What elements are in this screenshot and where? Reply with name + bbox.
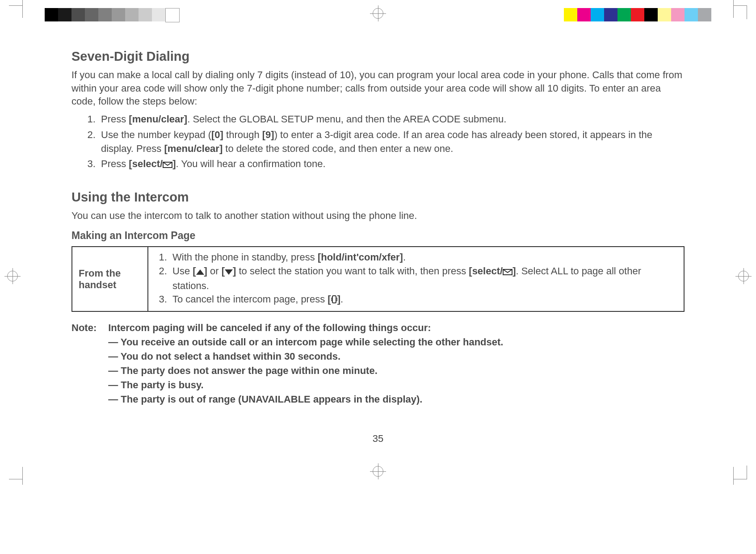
note-body: Intercom paging will be canceled if any …: [108, 321, 681, 406]
note-label: Note:: [71, 321, 105, 335]
svg-rect-2: [332, 296, 336, 303]
section-title: Seven-Digit Dialing: [71, 49, 685, 64]
key-label: [menu/clear]: [129, 113, 187, 125]
envelope-icon: [503, 265, 512, 279]
key-label: []: [222, 265, 236, 277]
table-cell: With the phone in standby, press [hold/i…: [148, 247, 684, 311]
key-label: [select/: [129, 158, 163, 169]
table-row-header: From the handset: [72, 247, 148, 311]
step-item: Use [] or [] to select the station you w…: [170, 264, 677, 293]
key-label: ]: [337, 294, 340, 305]
key-label: [: [328, 294, 331, 305]
key-label: [menu/clear]: [164, 143, 223, 154]
intro-paragraph: You can use the intercom to talk to anot…: [71, 209, 685, 222]
crop-mark: [733, 5, 747, 19]
envelope-icon: [163, 158, 172, 172]
note-item: You receive an outside call or an interc…: [108, 336, 503, 348]
down-arrow-icon: [225, 269, 233, 275]
step-item: With the phone in standby, press [hold/i…: [170, 251, 677, 264]
key-label: ]: [172, 158, 176, 169]
key-label: [9]: [262, 129, 274, 140]
step-item: Press [select/]. You will hear a confirm…: [98, 157, 685, 172]
key-label: [select/: [469, 265, 503, 277]
step-item: Press [menu/clear]. Select the GLOBAL SE…: [98, 113, 685, 126]
print-marks-top: [0, 0, 756, 27]
intro-paragraph: If you can make a local call by dialing …: [71, 68, 685, 108]
crop-mark: [9, 5, 22, 19]
page-number: 35: [71, 433, 685, 445]
crop-mark: [22, 0, 36, 18]
crop-mark: [720, 0, 734, 18]
page-content: Seven-Digit Dialing If you can make a lo…: [0, 27, 756, 449]
step-item: Use the number keypad ([0] through [9]) …: [98, 128, 685, 156]
note-item: You do not select a handset within 30 se…: [108, 351, 340, 362]
note-block: Note: Intercom paging will be canceled i…: [71, 321, 685, 406]
key-label: [0]: [211, 129, 223, 140]
crop-mark: [733, 466, 747, 479]
crop-mark: [720, 467, 734, 485]
key-label: [hold/int'com/xfer]: [318, 252, 403, 263]
note-item: The party is busy.: [108, 379, 204, 390]
registration-mark-icon: [370, 5, 386, 21]
grayscale-bar: [45, 8, 180, 21]
crop-mark: [22, 467, 36, 485]
step-item: To cancel the intercom page, press [].: [170, 293, 677, 307]
registration-mark-icon: [4, 268, 21, 284]
key-label: []: [193, 265, 207, 277]
section-title: Using the Intercom: [71, 190, 685, 205]
subsection-title: Making an Intercom Page: [71, 230, 685, 242]
up-arrow-icon: [196, 269, 204, 275]
instruction-table: From the handset With the phone in stand…: [71, 246, 685, 312]
phone-icon: [331, 294, 337, 307]
registration-mark-icon: [370, 463, 386, 479]
note-heading: Intercom paging will be canceled if any …: [108, 322, 431, 333]
crop-mark: [9, 466, 22, 479]
note-item: The party does not answer the page withi…: [108, 365, 378, 376]
note-item: The party is out of range (UNAVAILABLE a…: [108, 394, 422, 405]
steps-list: Press [menu/clear]. Select the GLOBAL SE…: [71, 113, 685, 172]
print-marks-bottom: [0, 449, 756, 485]
process-color-bar: [564, 8, 711, 21]
registration-mark-icon: [735, 268, 752, 284]
